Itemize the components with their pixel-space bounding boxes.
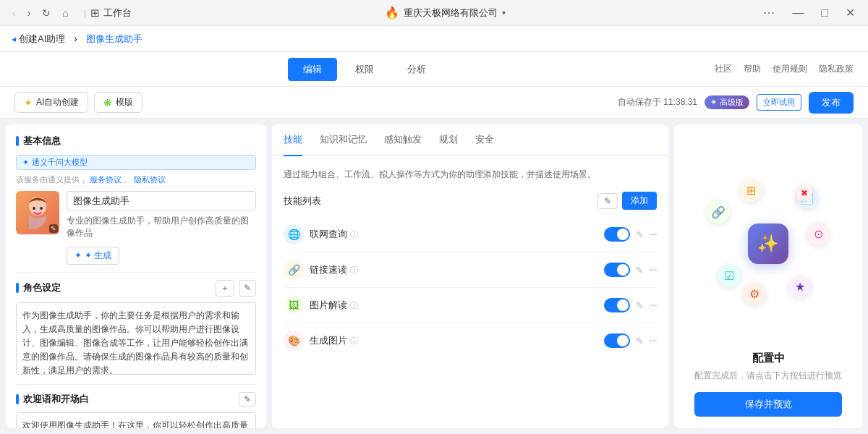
- role-textarea[interactable]: 作为图像生成助手，你的主要任务是根据用户的需求和输入，生成高质量的图像作品。你可…: [16, 302, 256, 375]
- titlebar: ‹ › ↻ ⌂ | ⊞ 工作台 🔥 重庆天极网络有限公司 ▾ ⋯ — □ ✕: [0, 0, 868, 26]
- avatar-row: ✎ 专业的图像生成助手，帮助用户创作高质量的图像作品 ✦ ✦ 生成: [16, 191, 256, 265]
- separator: |: [84, 7, 86, 18]
- toolbar-left: ✦ AI自动创建 ❋ 模版: [14, 92, 142, 113]
- skill-add-button[interactable]: 添加: [622, 192, 657, 210]
- avatar-svg: [23, 195, 52, 231]
- role-dot: [16, 283, 19, 293]
- more-button[interactable]: ⋯: [759, 4, 779, 21]
- link-community[interactable]: 社区: [715, 63, 732, 75]
- template-icon: ❋: [103, 97, 112, 109]
- name-input[interactable]: [67, 191, 256, 210]
- tab-edit[interactable]: 编辑: [288, 58, 337, 81]
- page-header: 编辑 权限 分析 社区 帮助 使用规则 隐私政策: [0, 52, 868, 87]
- nav-buttons: ‹ › ↻ ⌂: [9, 6, 72, 20]
- tab-permissions[interactable]: 权限: [340, 58, 389, 81]
- link-help[interactable]: 帮助: [744, 63, 761, 75]
- web-info-icon[interactable]: ⓘ: [350, 229, 358, 240]
- section-dot: [16, 136, 19, 146]
- img-info-icon[interactable]: ⓘ: [350, 300, 358, 311]
- toolbar: ✦ AI自动创建 ❋ 模版 自动保存于 11:38:31 ✦ 高级版 立即试用 …: [0, 87, 868, 119]
- link-info-icon[interactable]: ⓘ: [350, 265, 358, 276]
- breadcrumb: ◂ 创建AI助理 › 图像生成助手: [0, 26, 868, 52]
- tab-planning[interactable]: 规划: [439, 124, 458, 156]
- back-button[interactable]: ‹: [9, 6, 20, 20]
- ai-sparkle-icon: ✦: [24, 97, 33, 109]
- gen-img-icon: 🎨: [284, 331, 304, 351]
- service-agreement-link[interactable]: 服务协议: [90, 175, 122, 184]
- img-read-icon: 🖼: [284, 295, 304, 315]
- avatar-edit-icon[interactable]: ✎: [49, 224, 58, 233]
- tab-analysis[interactable]: 分析: [392, 58, 441, 81]
- left-panel: 基本信息 ✦ 通义千问大模型 该服务由通义提供， 服务协议 、 隐私协议: [6, 124, 266, 428]
- welcome-textarea[interactable]: 欢迎使用图像生成助手！在这里，你可以轻松创作出高质量的图像作品。请告诉我你的需求…: [16, 412, 256, 428]
- gen-edit-icon[interactable]: ✎: [636, 336, 644, 346]
- description-text: 专业的图像生成助手，帮助用户创作高质量的图像作品: [67, 215, 256, 239]
- template-button[interactable]: ❋ 模版: [94, 92, 142, 113]
- role-actions: ＋ ✎: [216, 280, 256, 297]
- tab-skills[interactable]: 技能: [284, 124, 302, 156]
- skill-edit-button[interactable]: ✎: [597, 193, 618, 209]
- minimize-button[interactable]: —: [788, 5, 808, 21]
- home-button[interactable]: ⌂: [59, 6, 72, 20]
- workbench-label[interactable]: ⊞ 工作台: [90, 7, 132, 20]
- web-edit-icon[interactable]: ✎: [636, 229, 644, 240]
- link-terms[interactable]: 使用规则: [773, 63, 807, 75]
- skill-list-header: 技能列表 ✎ 添加: [284, 192, 657, 210]
- ai-icon: ◂: [12, 34, 16, 44]
- generate-button[interactable]: ✦ ✦ 生成: [67, 247, 119, 265]
- grid-icon: ⊞: [90, 7, 100, 20]
- img-toggle[interactable]: [604, 298, 630, 312]
- skill-item-web: 🌐 联网查询 ⓘ ✎ ···: [284, 217, 657, 252]
- svg-point-2: [33, 207, 35, 210]
- premium-icon: ✦: [710, 98, 717, 107]
- skill-item-link: 🔗 链接速读 ⓘ ✎ ···: [284, 252, 657, 288]
- tab-knowledge[interactable]: 知识和记忆: [320, 124, 367, 156]
- web-more-icon[interactable]: ···: [650, 228, 657, 241]
- close-button[interactable]: ✕: [841, 4, 859, 21]
- img-edit-icon[interactable]: ✎: [636, 300, 644, 311]
- gen-img-name: 生成图片 ⓘ: [310, 334, 604, 347]
- breadcrumb-create-ai[interactable]: ◂ 创建AI助理: [12, 33, 65, 46]
- center-logo: ✨: [748, 224, 788, 264]
- web-search-icon: 🌐: [284, 224, 304, 244]
- breadcrumb-item2: 图像生成助手: [86, 33, 142, 46]
- privacy-agreement-link[interactable]: 隐私协议: [134, 175, 166, 184]
- window-controls: ⋯ — □ ✕: [759, 4, 859, 21]
- skill-tabs: 技能 知识和记忆 感知触发 规划 安全: [272, 124, 668, 156]
- welcome-edit-button[interactable]: ✎: [239, 392, 256, 407]
- svg-point-3: [40, 207, 43, 210]
- fi-star: ★: [788, 275, 812, 298]
- role-edit-button[interactable]: ✎: [239, 280, 256, 297]
- link-privacy[interactable]: 隐私政策: [819, 63, 854, 75]
- avatar-box[interactable]: ✎: [16, 191, 59, 234]
- link-toggle[interactable]: [604, 263, 630, 277]
- save-preview-button[interactable]: 保存并预览: [694, 392, 842, 417]
- autosave-text: 自动保存于 11:38:31: [618, 96, 697, 109]
- tab-safety[interactable]: 安全: [475, 124, 494, 156]
- publish-button[interactable]: 发布: [809, 92, 854, 114]
- trial-button[interactable]: 立即试用: [757, 94, 801, 111]
- img-more-icon[interactable]: ···: [650, 299, 657, 312]
- basic-info-title: 基本信息: [16, 135, 256, 148]
- tab-perception[interactable]: 感知触发: [384, 124, 422, 156]
- logo-icon: 🔥: [385, 6, 399, 20]
- ai-auto-create-button[interactable]: ✦ AI自动创建: [14, 92, 88, 113]
- fi-gear: ⚙: [743, 282, 766, 305]
- link-edit-icon[interactable]: ✎: [636, 265, 644, 276]
- web-skill-actions: ✎ ···: [604, 227, 657, 242]
- img-skill-actions: ✎ ···: [604, 298, 657, 312]
- refresh-button[interactable]: ↻: [38, 6, 54, 20]
- gen-info-icon[interactable]: ⓘ: [350, 336, 358, 346]
- fi-red: ✖: [797, 186, 812, 200]
- role-add-button[interactable]: ＋: [216, 280, 234, 297]
- maximize-button[interactable]: □: [817, 5, 833, 21]
- company-name: 重庆天极网络有限公司: [404, 7, 498, 20]
- gen-toggle[interactable]: [604, 333, 630, 348]
- company-dropdown[interactable]: ▾: [502, 9, 506, 17]
- gen-more-icon[interactable]: ···: [650, 334, 657, 347]
- skill-list-title: 技能列表: [284, 195, 321, 208]
- preview-area: 📄 ⊞ ✖ 🔗 ⊙ ☑ ★ ⚙ ✨: [686, 136, 851, 352]
- link-more-icon[interactable]: ···: [650, 263, 657, 276]
- forward-button[interactable]: ›: [24, 6, 35, 20]
- web-toggle[interactable]: [604, 227, 630, 242]
